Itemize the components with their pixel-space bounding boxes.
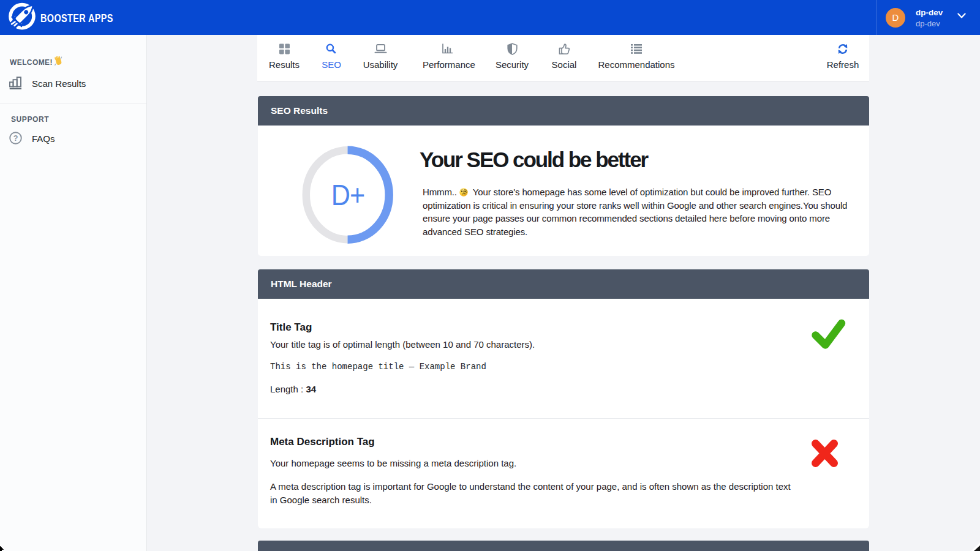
svg-text:?: ? <box>13 134 18 143</box>
